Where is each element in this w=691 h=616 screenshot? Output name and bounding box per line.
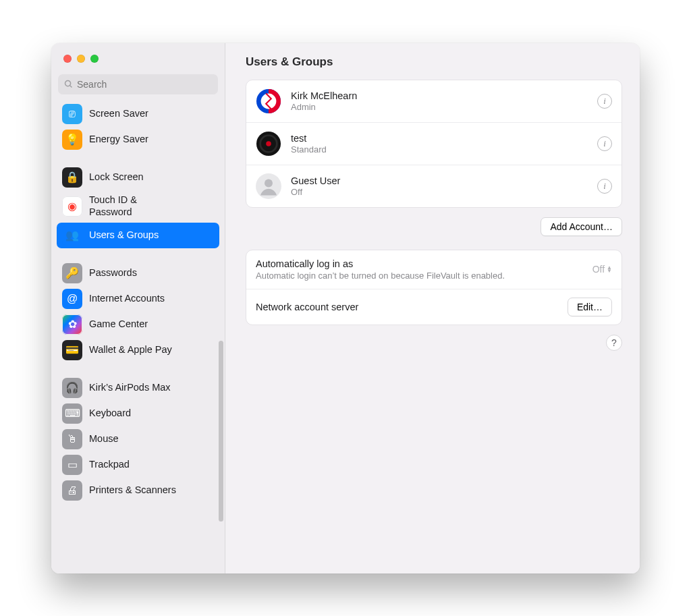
page-title: Users & Groups	[246, 55, 622, 69]
headphones-icon: 🎧	[62, 378, 82, 398]
svg-point-7	[265, 179, 273, 187]
network-server-row: Network account server Edit…	[246, 289, 621, 325]
user-row[interactable]: Kirk McElhearnAdmini	[246, 80, 621, 123]
sidebar-item-trackpad[interactable]: ▭Trackpad	[57, 452, 219, 478]
svg-point-0	[65, 81, 71, 86]
user-role: Admin	[291, 102, 588, 112]
search-field[interactable]	[58, 74, 218, 94]
auto-login-value: Off	[592, 264, 605, 275]
avatar	[256, 131, 281, 157]
sidebar-item-label: Wallet & Apple Pay	[89, 344, 172, 356]
content-area: Users & Groups Kirk McElhearnAdminitestS…	[225, 43, 640, 573]
sidebar-item-label: Printers & Scanners	[89, 484, 176, 496]
sidebar-item-label: Screen Saver	[89, 108, 148, 119]
sidebar-item-label: Users & Groups	[89, 229, 159, 241]
chevron-updown-icon: ▲▼	[607, 266, 612, 273]
at-icon: @	[62, 289, 82, 309]
add-account-button[interactable]: Add Account…	[541, 217, 622, 236]
keyboard-icon: ⌨	[62, 403, 82, 424]
sidebar-item-mouse[interactable]: 🖱Mouse	[57, 426, 219, 452]
sidebar-item-label: Kirk’s AirPods Max	[89, 382, 171, 393]
mouse-icon: 🖱	[62, 429, 82, 449]
sidebar-item-internet-acc[interactable]: @Internet Accounts	[57, 286, 219, 312]
sidebar-list: ⎚Screen Saver💡Energy Saver🔒Lock Screen◉T…	[51, 99, 225, 573]
sidebar-item-label: Internet Accounts	[89, 293, 165, 304]
avatar	[256, 88, 281, 114]
user-name: Kirk McElhearn	[291, 90, 588, 101]
screensaver-icon: ⎚	[62, 104, 82, 124]
trackpad-icon: ▭	[62, 455, 82, 475]
user-name: test	[291, 133, 588, 144]
sidebar-item-touchid[interactable]: ◉Touch ID &Password	[57, 190, 219, 223]
avatar	[256, 173, 281, 199]
sidebar-item-lock-screen[interactable]: 🔒Lock Screen	[57, 165, 219, 190]
network-server-edit-button[interactable]: Edit…	[568, 298, 612, 316]
minimize-window-button[interactable]	[77, 55, 85, 63]
close-window-button[interactable]	[63, 55, 72, 63]
sidebar-item-passwords[interactable]: 🔑Passwords	[57, 260, 219, 286]
sidebar-item-energy-saver[interactable]: 💡Energy Saver	[57, 127, 219, 152]
sidebar-item-label: Mouse	[89, 433, 119, 445]
user-info-button[interactable]: i	[597, 136, 612, 151]
svg-line-1	[70, 86, 72, 88]
network-server-label: Network account server	[256, 302, 568, 312]
search-container	[51, 74, 225, 99]
titlebar	[51, 43, 225, 74]
help-button[interactable]: ?	[606, 335, 622, 351]
user-row[interactable]: testStandardi	[246, 123, 621, 165]
auto-login-popup[interactable]: Off ▲▼	[592, 264, 612, 275]
search-input[interactable]	[77, 79, 213, 90]
user-row[interactable]: Guest UserOffi	[246, 165, 621, 207]
search-icon	[63, 79, 74, 89]
sidebar-item-game-center[interactable]: ✿Game Center	[57, 312, 219, 337]
game-icon: ✿	[62, 314, 82, 335]
sidebar-item-printers[interactable]: 🖨Printers & Scanners	[57, 478, 219, 503]
auto-login-label: Automatically log in as	[256, 258, 592, 269]
user-name: Guest User	[291, 175, 588, 186]
bulb-icon: 💡	[62, 130, 82, 150]
sidebar: ⎚Screen Saver💡Energy Saver🔒Lock Screen◉T…	[51, 43, 225, 573]
auto-login-detail: Automatic login can’t be turned on becau…	[256, 271, 592, 281]
touchid-icon: ◉	[62, 196, 82, 217]
sidebar-item-label: Trackpad	[89, 459, 130, 470]
auto-login-row: Automatically log in as Automatic login …	[246, 250, 621, 289]
key-icon: 🔑	[62, 263, 82, 283]
svg-point-6	[266, 141, 271, 146]
users-icon: 👥	[62, 225, 82, 246]
settings-window: ⎚Screen Saver💡Energy Saver🔒Lock Screen◉T…	[51, 43, 640, 573]
user-role: Off	[291, 187, 588, 197]
user-role: Standard	[291, 144, 588, 155]
sidebar-scrollbar[interactable]	[219, 341, 223, 522]
login-settings-card: Automatically log in as Automatic login …	[246, 250, 622, 325]
lock-icon: 🔒	[62, 167, 82, 188]
sidebar-item-airpods[interactable]: 🎧Kirk’s AirPods Max	[57, 375, 219, 401]
sidebar-item-label: Game Center	[89, 318, 148, 330]
sidebar-item-screen-saver[interactable]: ⎚Screen Saver	[57, 101, 219, 127]
users-list: Kirk McElhearnAdminitestStandardiGuest U…	[246, 80, 622, 208]
sidebar-item-label: Passwords	[89, 267, 137, 279]
sidebar-item-wallet[interactable]: 💳Wallet & Apple Pay	[57, 337, 219, 363]
sidebar-item-label: Touch ID &Password	[89, 194, 137, 218]
sidebar-item-label: Energy Saver	[89, 134, 148, 145]
user-info-button[interactable]: i	[597, 179, 612, 194]
maximize-window-button[interactable]	[90, 55, 99, 63]
printer-icon: 🖨	[62, 480, 82, 501]
sidebar-item-keyboard[interactable]: ⌨Keyboard	[57, 401, 219, 426]
user-info-button[interactable]: i	[597, 94, 612, 109]
wallet-icon: 💳	[62, 340, 82, 360]
sidebar-item-label: Lock Screen	[89, 171, 144, 183]
help-row: ?	[246, 335, 622, 351]
sidebar-item-users-groups[interactable]: 👥Users & Groups	[57, 223, 219, 248]
sidebar-item-label: Keyboard	[89, 408, 131, 419]
add-account-row: Add Account…	[246, 217, 622, 236]
